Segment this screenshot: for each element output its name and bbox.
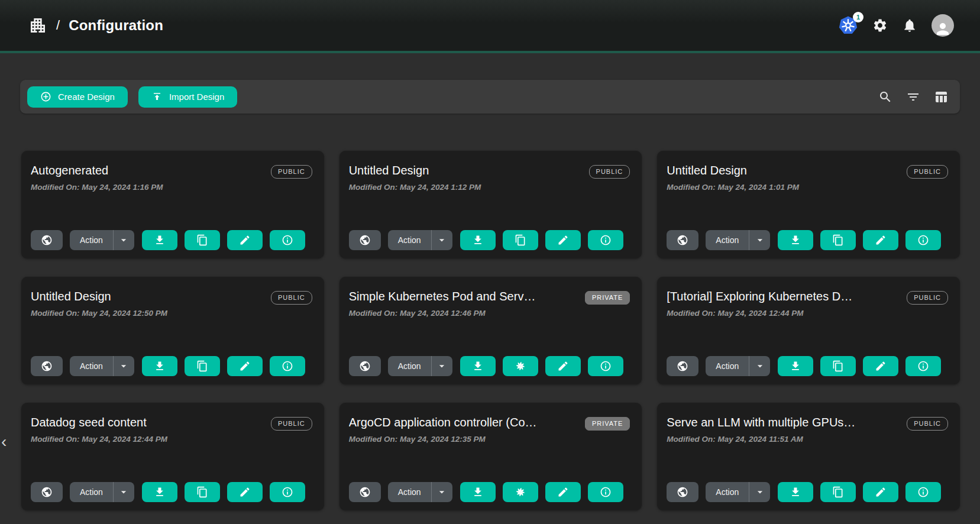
visibility-globe-button[interactable] [31, 230, 63, 250]
edit-button[interactable] [863, 482, 898, 502]
visibility-globe-button[interactable] [31, 482, 63, 502]
action-split-button[interactable]: Action [388, 356, 452, 376]
action-split-button[interactable]: Action [70, 356, 134, 376]
action-dropdown-caret[interactable] [431, 356, 452, 376]
design-card-actions: Action [667, 482, 948, 502]
clone-button[interactable] [820, 230, 856, 250]
table-view-icon[interactable] [934, 90, 948, 104]
action-dropdown-caret[interactable] [749, 356, 770, 376]
globe-icon [677, 234, 688, 246]
visibility-globe-button[interactable] [349, 230, 381, 250]
action-dropdown-caret[interactable] [113, 230, 134, 250]
copy-icon [832, 360, 844, 372]
action-split-button[interactable]: Action [388, 230, 452, 250]
download-button[interactable] [142, 230, 177, 250]
user-avatar[interactable] [932, 14, 954, 37]
info-button[interactable] [588, 230, 623, 250]
action-button-label[interactable]: Action [70, 482, 113, 502]
info-button[interactable] [270, 230, 305, 250]
design-card: [Tutorial] Exploring Kubernetes D… PUBLI… [657, 277, 960, 384]
visibility-globe-button[interactable] [31, 356, 63, 376]
download-button[interactable] [460, 356, 496, 376]
action-dropdown-caret[interactable] [113, 356, 134, 376]
designs-toolbar: Create Design Import Design [20, 80, 960, 114]
filter-icon[interactable] [906, 90, 920, 104]
design-workflow-button[interactable] [503, 482, 538, 502]
action-button-label[interactable]: Action [706, 230, 749, 250]
info-button[interactable] [588, 356, 623, 376]
settings-gear-icon[interactable] [872, 18, 888, 33]
action-button-label[interactable]: Action [388, 356, 431, 376]
visibility-globe-button[interactable] [667, 356, 698, 376]
create-design-button[interactable]: Create Design [27, 86, 128, 108]
globe-icon [359, 234, 371, 246]
visibility-globe-button[interactable] [349, 482, 381, 502]
info-icon [282, 234, 293, 246]
action-dropdown-caret[interactable] [431, 230, 452, 250]
info-button[interactable] [905, 230, 941, 250]
search-icon[interactable] [878, 90, 892, 104]
pencil-icon [239, 234, 251, 246]
download-button[interactable] [778, 356, 813, 376]
edit-button[interactable] [545, 356, 581, 376]
action-split-button[interactable]: Action [706, 230, 770, 250]
action-split-button[interactable]: Action [706, 356, 770, 376]
kubernetes-context-button[interactable]: 1 [838, 15, 858, 35]
clone-button[interactable] [820, 356, 856, 376]
import-design-button[interactable]: Import Design [138, 86, 237, 108]
action-button-label[interactable]: Action [70, 230, 113, 250]
action-split-button[interactable]: Action [388, 482, 452, 502]
action-dropdown-caret[interactable] [431, 482, 452, 502]
download-button[interactable] [460, 230, 496, 250]
edit-button[interactable] [545, 482, 581, 502]
design-workflow-button[interactable] [503, 356, 538, 376]
action-button-label[interactable]: Action [388, 230, 431, 250]
download-button[interactable] [142, 356, 177, 376]
chevron-down-icon [754, 234, 766, 246]
info-button[interactable] [905, 356, 941, 376]
action-dropdown-caret[interactable] [113, 482, 134, 502]
edit-button[interactable] [863, 230, 898, 250]
download-button[interactable] [778, 230, 813, 250]
action-split-button[interactable]: Action [70, 230, 134, 250]
action-button-label[interactable]: Action [70, 356, 113, 376]
visibility-globe-button[interactable] [349, 356, 381, 376]
design-card-actions: Action [667, 356, 948, 376]
action-split-button[interactable]: Action [706, 482, 770, 502]
edit-button[interactable] [545, 230, 581, 250]
download-icon [790, 234, 801, 246]
clone-button[interactable] [503, 230, 538, 250]
globe-icon [359, 360, 371, 372]
edit-button[interactable] [227, 482, 263, 502]
clone-button[interactable] [820, 482, 856, 502]
edit-button[interactable] [227, 356, 263, 376]
clone-button[interactable] [185, 230, 220, 250]
design-title: Autogenerated [31, 164, 108, 177]
action-button-label[interactable]: Action [706, 482, 749, 502]
notifications-bell-icon[interactable] [902, 18, 917, 33]
info-button[interactable] [270, 356, 305, 376]
download-button[interactable] [142, 482, 177, 502]
download-button[interactable] [778, 482, 813, 502]
action-dropdown-caret[interactable] [749, 482, 770, 502]
organization-building-icon[interactable] [28, 16, 47, 35]
collapse-drawer-chevron[interactable]: ‹ [1, 434, 7, 450]
action-split-button[interactable]: Action [70, 482, 134, 502]
clone-button[interactable] [185, 356, 220, 376]
action-button-label[interactable]: Action [706, 356, 749, 376]
visibility-globe-button[interactable] [667, 230, 698, 250]
edit-button[interactable] [227, 230, 263, 250]
pencil-icon [875, 360, 887, 372]
visibility-globe-button[interactable] [667, 482, 698, 502]
action-button-label[interactable]: Action [388, 482, 431, 502]
app-header: / Configuration 1 [0, 0, 980, 53]
globe-icon [677, 486, 688, 498]
download-button[interactable] [460, 482, 496, 502]
design-modified-date: Modified On: May 24, 2024 1:12 PM [349, 183, 630, 192]
info-button[interactable] [270, 482, 305, 502]
edit-button[interactable] [863, 356, 898, 376]
info-button[interactable] [905, 482, 941, 502]
clone-button[interactable] [185, 482, 220, 502]
info-button[interactable] [588, 482, 623, 502]
action-dropdown-caret[interactable] [749, 230, 770, 250]
